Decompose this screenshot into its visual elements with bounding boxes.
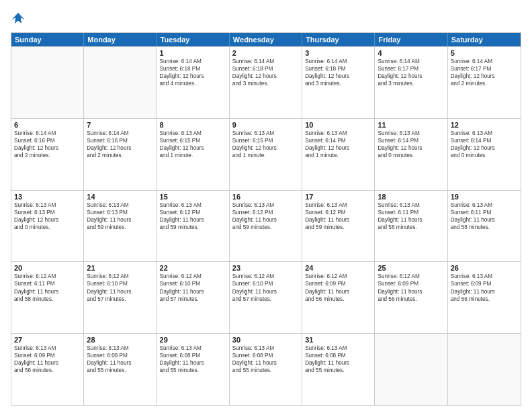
- calendar-cell: 21Sunrise: 6:12 AMSunset: 6:10 PMDayligh…: [84, 262, 157, 333]
- day-number: 23: [232, 264, 299, 272]
- cell-info-line: and 59 minutes.: [160, 224, 226, 231]
- calendar-cell: 3Sunrise: 6:14 AMSunset: 6:18 PMDaylight…: [302, 47, 375, 118]
- cell-info-line: Sunset: 6:13 PM: [14, 209, 81, 216]
- cell-info-line: and 56 minutes.: [305, 295, 371, 303]
- calendar-cell: 9Sunrise: 6:13 AMSunset: 6:15 PMDaylight…: [230, 119, 302, 190]
- cell-info-line: and 57 minutes.: [87, 295, 153, 303]
- cell-info-line: Daylight: 12 hours: [305, 144, 371, 152]
- cell-info-line: Daylight: 12 hours: [160, 144, 226, 152]
- cell-info-line: Daylight: 11 hours: [87, 216, 153, 224]
- cell-info-line: Sunset: 6:16 PM: [14, 137, 81, 144]
- calendar-cell: 27Sunrise: 6:13 AMSunset: 6:09 PMDayligh…: [11, 334, 84, 405]
- calendar-cell: 13Sunrise: 6:13 AMSunset: 6:13 PMDayligh…: [11, 191, 84, 262]
- calendar-cell: 1Sunrise: 6:14 AMSunset: 6:18 PMDaylight…: [157, 47, 230, 118]
- cell-info-line: Sunrise: 6:13 AM: [87, 201, 153, 209]
- cell-info-line: Daylight: 12 hours: [232, 144, 299, 152]
- cell-info-line: Sunset: 6:10 PM: [160, 280, 226, 287]
- cell-info-line: Sunrise: 6:12 AM: [232, 273, 299, 280]
- cell-info-line: Daylight: 12 hours: [378, 144, 444, 152]
- calendar-cell: 23Sunrise: 6:12 AMSunset: 6:10 PMDayligh…: [230, 262, 302, 333]
- cell-info-line: Sunset: 6:09 PM: [14, 352, 81, 359]
- cell-info-line: Sunrise: 6:13 AM: [87, 345, 153, 352]
- day-number: 6: [14, 121, 81, 129]
- cell-info-line: Sunset: 6:18 PM: [160, 65, 226, 73]
- calendar-cell: 16Sunrise: 6:13 AMSunset: 6:12 PMDayligh…: [230, 191, 302, 262]
- calendar-cell: [11, 47, 84, 118]
- cell-info-line: Sunrise: 6:13 AM: [451, 130, 518, 137]
- cell-info-line: and 59 minutes.: [232, 224, 299, 231]
- cell-info-line: Daylight: 11 hours: [232, 216, 299, 224]
- calendar-cell: 20Sunrise: 6:12 AMSunset: 6:11 PMDayligh…: [11, 262, 84, 333]
- cell-info-line: Daylight: 12 hours: [87, 144, 153, 152]
- day-number: 28: [87, 336, 153, 344]
- cell-info-line: and 3 minutes.: [305, 80, 371, 87]
- cell-info-line: Sunset: 6:17 PM: [451, 65, 518, 73]
- header-day-sunday: Sunday: [11, 33, 84, 46]
- cell-info-line: and 59 minutes.: [305, 224, 371, 231]
- cell-info-line: and 55 minutes.: [87, 367, 153, 374]
- cell-info-line: and 59 minutes.: [87, 224, 153, 231]
- calendar-cell: 22Sunrise: 6:12 AMSunset: 6:10 PMDayligh…: [157, 262, 230, 333]
- calendar-cell: 14Sunrise: 6:13 AMSunset: 6:13 PMDayligh…: [84, 191, 157, 262]
- cell-info-line: and 0 minutes.: [451, 152, 518, 159]
- calendar-cell: 31Sunrise: 6:13 AMSunset: 6:08 PMDayligh…: [302, 334, 375, 405]
- day-number: 19: [451, 193, 518, 201]
- calendar-cell: 26Sunrise: 6:13 AMSunset: 6:09 PMDayligh…: [448, 262, 521, 333]
- cell-info-line: Daylight: 11 hours: [451, 288, 518, 295]
- cell-info-line: Daylight: 12 hours: [305, 73, 371, 80]
- calendar-cell: 10Sunrise: 6:13 AMSunset: 6:14 PMDayligh…: [302, 119, 375, 190]
- calendar-cell: 11Sunrise: 6:13 AMSunset: 6:14 PMDayligh…: [375, 119, 447, 190]
- day-number: 24: [305, 264, 371, 272]
- cell-info-line: Sunset: 6:11 PM: [378, 209, 444, 216]
- cell-info-line: Daylight: 11 hours: [160, 288, 226, 295]
- cell-info-line: Sunrise: 6:13 AM: [14, 345, 81, 352]
- cell-info-line: Daylight: 11 hours: [14, 359, 81, 367]
- cell-info-line: Sunset: 6:09 PM: [378, 280, 444, 287]
- cell-info-line: Sunset: 6:10 PM: [87, 280, 153, 287]
- cell-info-line: Sunset: 6:14 PM: [305, 137, 371, 144]
- svg-marker-0: [11, 13, 24, 24]
- calendar-cell: 18Sunrise: 6:13 AMSunset: 6:11 PMDayligh…: [375, 191, 447, 262]
- day-number: 1: [160, 49, 226, 57]
- header-day-wednesday: Wednesday: [230, 33, 302, 46]
- cell-info-line: Sunrise: 6:12 AM: [378, 273, 444, 280]
- cell-info-line: Sunset: 6:16 PM: [87, 137, 153, 144]
- day-number: 13: [14, 193, 81, 201]
- day-number: 22: [160, 264, 226, 272]
- cell-info-line: Sunrise: 6:12 AM: [14, 273, 81, 280]
- cell-info-line: Sunset: 6:08 PM: [232, 352, 299, 359]
- cell-info-line: Daylight: 11 hours: [305, 216, 371, 224]
- cell-info-line: Sunrise: 6:14 AM: [160, 58, 226, 65]
- calendar-row-1: 1Sunrise: 6:14 AMSunset: 6:18 PMDaylight…: [11, 46, 521, 118]
- cell-info-line: Daylight: 11 hours: [160, 359, 226, 367]
- cell-info-line: Sunrise: 6:13 AM: [232, 201, 299, 209]
- cell-info-line: and 1 minute.: [232, 152, 299, 159]
- cell-info-line: Daylight: 12 hours: [160, 73, 226, 80]
- cell-info-line: Sunrise: 6:13 AM: [305, 130, 371, 137]
- calendar-cell: 29Sunrise: 6:13 AMSunset: 6:08 PMDayligh…: [157, 334, 230, 405]
- calendar-cell: 4Sunrise: 6:14 AMSunset: 6:17 PMDaylight…: [375, 47, 447, 118]
- cell-info-line: Daylight: 11 hours: [87, 288, 153, 295]
- day-number: 20: [14, 264, 81, 272]
- day-number: 26: [451, 264, 518, 272]
- cell-info-line: Sunrise: 6:13 AM: [305, 345, 371, 352]
- cell-info-line: and 1 minute.: [305, 152, 371, 159]
- cell-info-line: and 55 minutes.: [160, 367, 226, 374]
- calendar-cell: 6Sunrise: 6:14 AMSunset: 6:16 PMDaylight…: [11, 119, 84, 190]
- cell-info-line: Sunset: 6:08 PM: [305, 352, 371, 359]
- cell-info-line: and 0 minutes.: [14, 224, 81, 231]
- cell-info-line: Sunrise: 6:14 AM: [87, 130, 153, 137]
- cell-info-line: Sunset: 6:12 PM: [305, 209, 371, 216]
- day-number: 25: [378, 264, 444, 272]
- day-number: 15: [160, 193, 226, 201]
- cell-info-line: and 4 minutes.: [160, 80, 226, 87]
- cell-info-line: Daylight: 11 hours: [305, 359, 371, 367]
- day-number: 16: [232, 193, 299, 201]
- day-number: 5: [451, 49, 518, 57]
- logo-bird-icon: [11, 11, 26, 26]
- cell-info-line: and 58 minutes.: [14, 295, 81, 303]
- calendar-body: 1Sunrise: 6:14 AMSunset: 6:18 PMDaylight…: [11, 46, 521, 405]
- cell-info-line: Sunset: 6:17 PM: [378, 65, 444, 73]
- header-day-friday: Friday: [375, 33, 447, 46]
- cell-info-line: Daylight: 12 hours: [14, 216, 81, 224]
